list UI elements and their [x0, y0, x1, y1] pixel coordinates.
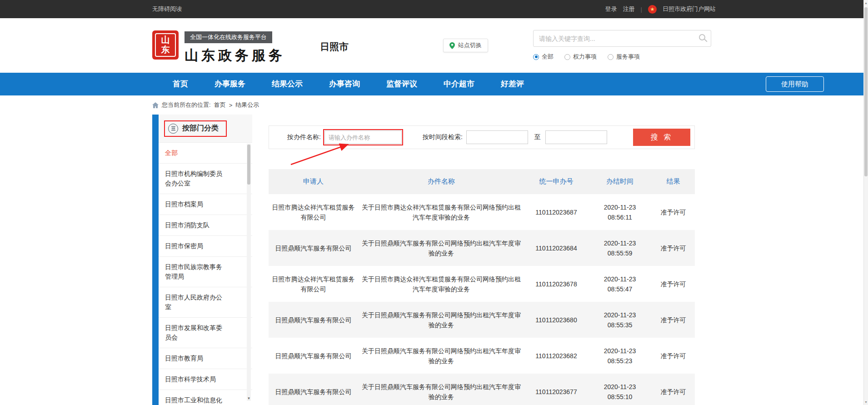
- topbar-divider: |: [641, 6, 642, 13]
- nav-item-home[interactable]: 首页: [160, 73, 201, 95]
- cell-result: 准予许可: [652, 230, 695, 266]
- finish-date: 2020-11-23: [591, 238, 649, 248]
- table-row: 日照鼎顺汽车服务有限公司 关于日照鼎顺汽车服务有限公司网络预约出租汽车年度审验的…: [269, 230, 695, 266]
- seal-char-top: 山: [161, 35, 170, 45]
- sidebar-item[interactable]: 日照市保密局: [159, 236, 252, 257]
- finish-clock: 08:55:23: [591, 356, 649, 366]
- finish-clock: 08:56:11: [591, 212, 649, 222]
- breadcrumb-current: 结果公示: [235, 101, 259, 109]
- cell-item: 关于日照市腾达众祥汽车租赁服务有限公司网络预约出租汽车年度审验的业务: [358, 266, 524, 302]
- cell-finish-time: 2020-11-2308:55:59: [588, 230, 652, 266]
- cell-apply-no: 110112023687: [524, 194, 588, 230]
- finish-date: 2020-11-23: [591, 310, 649, 320]
- table-row: 日照市腾达众祥汽车租赁服务有限公司 关于日照市腾达众祥汽车租赁服务有限公司网络预…: [269, 266, 695, 302]
- cell-finish-time: 2020-11-2308:55:10: [588, 374, 652, 405]
- finish-clock: 08:55:47: [591, 284, 649, 294]
- cell-finish-time: 2020-11-2308:55:35: [588, 302, 652, 338]
- sidebar-item[interactable]: 日照市民族宗教事务管理局: [159, 257, 252, 287]
- scope-radio-all[interactable]: 全部: [533, 53, 554, 61]
- sidebar-accent-strip: [152, 115, 159, 405]
- finish-date: 2020-11-23: [591, 274, 649, 284]
- time-to-input[interactable]: [545, 130, 607, 144]
- cell-item: 关于日照鼎顺汽车服务有限公司网络预约出租汽车年度审验的业务: [358, 230, 524, 266]
- search-scope-options: 全部 权力事项 服务事项: [533, 53, 711, 61]
- platform-badge: 全国一体化在线政务服务平台: [185, 31, 272, 43]
- sidebar-item[interactable]: 日照市档案局: [159, 194, 252, 215]
- table-row: 日照鼎顺汽车服务有限公司 关于日照鼎顺汽车服务有限公司网络预约出租汽车年度审验的…: [269, 302, 695, 338]
- nav-item-services[interactable]: 办事服务: [201, 73, 259, 95]
- nav-item-supervision[interactable]: 监督评议: [373, 73, 430, 95]
- sidebar-scrollbar[interactable]: ▾: [247, 144, 251, 401]
- finish-clock: 08:55:59: [591, 248, 649, 258]
- home-icon: [152, 102, 159, 108]
- finish-clock: 08:55:10: [591, 392, 649, 402]
- cell-applicant: 日照鼎顺汽车服务有限公司: [269, 302, 358, 338]
- cell-apply-no: 110112023678: [524, 266, 588, 302]
- cell-applicant: 日照市腾达众祥汽车租赁服务有限公司: [269, 194, 358, 230]
- breadcrumb-separator: >: [229, 102, 233, 109]
- sidebar-item[interactable]: 日照市发展和改革委员会: [159, 318, 252, 348]
- sidebar-item[interactable]: 日照市机构编制委员会办公室: [159, 164, 252, 194]
- sidebar-header: 按部门分类: [159, 115, 252, 143]
- cell-applicant: 日照市腾达众祥汽车租赁服务有限公司: [269, 266, 358, 302]
- site-switch-label: 站点切换: [458, 41, 482, 50]
- scope-radio-power-items[interactable]: 权力事项: [564, 53, 597, 61]
- cell-finish-time: 2020-11-2308:55:23: [588, 338, 652, 374]
- scroll-down-icon[interactable]: ▾: [864, 400, 868, 404]
- table-header-row: 申请人 办件名称 统一申办号 办结时间 结果: [269, 169, 695, 194]
- finish-date: 2020-11-23: [591, 346, 649, 356]
- nav-item-rating[interactable]: 好差评: [488, 73, 537, 95]
- portal-link[interactable]: 日照市政府门户网站: [663, 5, 716, 13]
- finish-clock: 08:55:35: [591, 320, 649, 330]
- cell-finish-time: 2020-11-2308:55:47: [588, 266, 652, 302]
- cell-result: 准予许可: [652, 302, 695, 338]
- sidebar-item[interactable]: 日照市人民政府办公室: [159, 287, 252, 318]
- register-link[interactable]: 注册: [623, 5, 635, 13]
- sidebar-item[interactable]: 日照市工业和信息化: [159, 390, 252, 405]
- keyword-search-input[interactable]: [534, 30, 711, 46]
- department-sidebar: 按部门分类 全部 日照市机构编制委员会办公室 日照市档案局 日照市消防支队 日照…: [152, 115, 252, 405]
- sidebar-item-all[interactable]: 全部: [159, 143, 252, 164]
- search-button[interactable]: 搜 索: [633, 129, 690, 146]
- help-button[interactable]: 使用帮助: [766, 76, 824, 92]
- login-link[interactable]: 登录: [605, 5, 617, 13]
- col-item-name: 办件名称: [358, 169, 524, 194]
- seal-char-bottom: 东: [161, 45, 170, 55]
- cell-apply-no: 110112023677: [524, 374, 588, 405]
- time-filter-label: 按时间段检索:: [423, 133, 463, 141]
- breadcrumb: 您当前所在的位置: 首页 > 结果公示: [152, 95, 716, 115]
- nav-item-intermediary[interactable]: 中介超市: [430, 73, 488, 95]
- scroll-up-icon[interactable]: ▴: [864, 1, 868, 5]
- search-icon[interactable]: [699, 34, 705, 40]
- scope-label: 全部: [542, 53, 554, 61]
- nav-item-consult[interactable]: 办事咨询: [316, 73, 373, 95]
- col-result: 结果: [652, 169, 695, 194]
- sidebar-scrollbar-thumb[interactable]: [247, 145, 250, 185]
- time-from-input[interactable]: [466, 130, 528, 144]
- radio-icon: [533, 54, 539, 60]
- item-name-input[interactable]: [324, 130, 402, 144]
- sidebar-item[interactable]: 日照市教育局: [159, 348, 252, 369]
- scope-radio-service-items[interactable]: 服务事项: [608, 53, 640, 61]
- finish-date: 2020-11-23: [591, 202, 649, 212]
- site-switch-button[interactable]: 站点切换: [443, 39, 488, 52]
- sidebar-item[interactable]: 日照市科学技术局: [159, 369, 252, 390]
- page-scrollbar[interactable]: ▴ ▾: [863, 0, 868, 405]
- cell-apply-no: 110112023682: [524, 338, 588, 374]
- breadcrumb-home-link[interactable]: 首页: [214, 101, 226, 109]
- accessibility-link[interactable]: 无障碍阅读: [152, 5, 182, 13]
- sidebar-item[interactable]: 日照市消防支队: [159, 215, 252, 236]
- shandong-seal-icon: 山 东: [152, 30, 179, 60]
- cell-result: 准予许可: [652, 374, 695, 405]
- nav-item-results[interactable]: 结果公示: [259, 73, 316, 95]
- annotation-highlight-box: 按部门分类: [164, 120, 227, 137]
- department-list: 全部 日照市机构编制委员会办公室 日照市档案局 日照市消防支队 日照市保密局 日…: [159, 143, 252, 405]
- site-logo: 山 东 全国一体化在线政务服务平台 山东政务服务: [152, 30, 285, 65]
- cell-applicant: 日照鼎顺汽车服务有限公司: [269, 374, 358, 405]
- cell-finish-time: 2020-11-2308:56:11: [588, 194, 652, 230]
- chevron-down-icon[interactable]: ▾: [248, 396, 250, 400]
- table-row: 日照鼎顺汽车服务有限公司 关于日照鼎顺汽车服务有限公司网络预约出租汽车年度审验的…: [269, 374, 695, 405]
- page-scrollbar-thumb[interactable]: [864, 7, 868, 176]
- to-label: 至: [534, 133, 541, 141]
- cell-apply-no: 110112023680: [524, 302, 588, 338]
